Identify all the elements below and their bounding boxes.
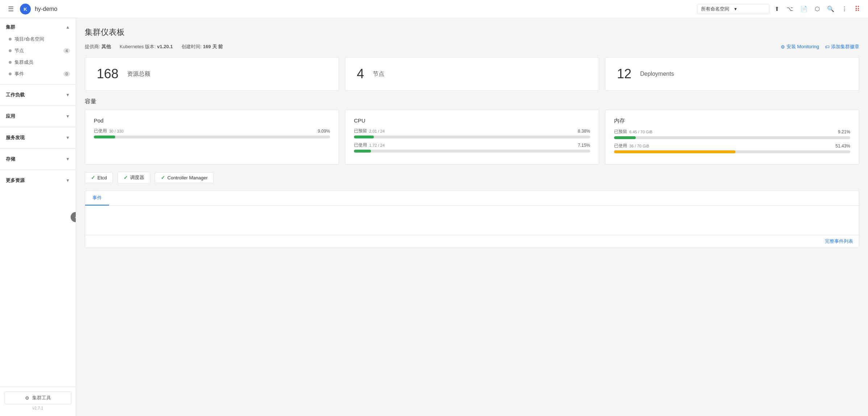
sidebar-section-cluster: 集群 ▲ 项目/命名空间 节点 4 集群成员 事件 0 <box>0 18 76 83</box>
events-full-list-link[interactable]: 完整事件列表 <box>825 238 853 245</box>
capacity-row-item: 已使用 30 / 330 9.09% <box>94 128 330 138</box>
sidebar-bottom: ⚙ 集群工具 v2.7.1 <box>0 387 76 416</box>
add-badge-link[interactable]: 🏷 添加集群徽章 <box>825 43 859 50</box>
sidebar-header-service-discovery[interactable]: 服务发现 ▼ <box>0 132 76 144</box>
hamburger-icon: ☰ <box>8 5 14 13</box>
topbar-left: ☰ K hy-demo <box>6 3 693 15</box>
version-text: v2.7.1 <box>4 404 71 412</box>
sidebar-section-apps: 应用 ▼ <box>0 107 76 125</box>
sidebar-item-label: 项目/命名空间 <box>14 36 70 42</box>
file-button[interactable]: 📄 <box>798 3 810 14</box>
progress-fill <box>94 136 115 138</box>
capacity-section: 容量 Pod 已使用 30 / 330 9.09% <box>85 98 859 165</box>
stat-number: 4 <box>357 66 364 82</box>
sidebar-header-more[interactable]: 更多资源 ▼ <box>0 174 76 187</box>
grid-button[interactable]: ⠿ <box>852 3 862 16</box>
sidebar-cluster-label: 集群 <box>6 24 15 30</box>
sidebar-header-apps[interactable]: 应用 ▼ <box>0 110 76 122</box>
check-icon: ✓ <box>91 175 95 180</box>
capacity-row-header: 已使用 30 / 330 9.09% <box>94 128 330 134</box>
namespace-selector[interactable]: 所有命名空间 ▾ <box>697 4 769 14</box>
stat-number: 12 <box>617 66 631 82</box>
sidebar-divider <box>0 148 76 149</box>
kubernetes-logo: K <box>20 3 31 15</box>
capacity-row: Pod 已使用 30 / 330 9.09% <box>85 110 859 165</box>
sidebar-section-storage: 存储 ▼ <box>0 150 76 168</box>
sidebar-item-projects[interactable]: 项目/命名空间 <box>0 33 76 45</box>
cluster-tools-label: 集群工具 <box>32 395 51 401</box>
progress-fill <box>354 136 374 138</box>
chevron-down-icon: ▼ <box>66 157 70 162</box>
progress-bar <box>614 136 850 139</box>
topbar-right: 所有命名空间 ▾ ⬆ ⌥ 📄 ⬡ 🔍 ⋮ ⠿ <box>697 3 862 16</box>
progress-fill <box>354 150 371 153</box>
capacity-row-item: 已使用 36 / 70 GiB 51.43% <box>614 143 850 153</box>
upload-button[interactable]: ⬆ <box>772 3 781 14</box>
status-badge-controller-manager: ✓ Controller Manager <box>155 172 214 183</box>
stat-card-nodes: 4 节点 <box>345 57 599 91</box>
capacity-row-header: 已预留 6.45 / 70 GiB 9.21% <box>614 129 850 135</box>
chevron-up-icon: ▲ <box>66 25 70 30</box>
grid-icon: ⠿ <box>855 5 860 13</box>
sidebar-item-events[interactable]: 事件 0 <box>0 68 76 80</box>
sidebar-collapse-button[interactable]: ‹ <box>71 212 76 222</box>
hamburger-button[interactable]: ☰ <box>6 3 16 15</box>
chevron-down-icon: ▼ <box>66 178 70 183</box>
terminal-button[interactable]: ⌥ <box>784 3 795 14</box>
copy-button[interactable]: ⬡ <box>813 3 822 14</box>
capacity-pct: 51.43% <box>835 143 850 149</box>
sidebar-item-nodes[interactable]: 节点 4 <box>0 45 76 57</box>
dot-icon <box>9 72 12 75</box>
capacity-card-cpu: CPU 已预留 2.01 / 24 8.38% <box>345 110 599 165</box>
sidebar-divider <box>0 105 76 106</box>
sidebar-divider <box>0 127 76 127</box>
sidebar-apps-label: 应用 <box>6 113 15 120</box>
status-badge-etcd: ✓ Etcd <box>85 172 113 183</box>
created-label: 创建时间: 169 天 前 <box>181 43 223 50</box>
sidebar-section-service-discovery: 服务发现 ▼ <box>0 129 76 147</box>
stat-number: 168 <box>97 66 118 82</box>
sidebar-divider <box>0 170 76 170</box>
stat-label: Deployments <box>640 71 674 77</box>
more-icon: ⋮ <box>842 5 847 12</box>
events-section: 事件 完整事件列表 <box>85 191 859 248</box>
badge-icon: 🏷 <box>825 44 830 50</box>
capacity-pct: 7.15% <box>578 143 590 148</box>
capacity-sublabel: 6.45 / 70 GiB <box>629 130 652 134</box>
capacity-row-header: 已预留 2.01 / 24 8.38% <box>354 128 590 134</box>
sidebar-workloads-label: 工作负载 <box>6 92 25 98</box>
sidebar: 集群 ▲ 项目/命名空间 节点 4 集群成员 事件 0 <box>0 18 76 416</box>
sidebar-header-workloads[interactable]: 工作负载 ▼ <box>0 89 76 101</box>
capacity-label: 已预留 6.45 / 70 GiB <box>614 129 652 135</box>
stat-card-resources: 168 资源总额 <box>85 57 339 91</box>
sidebar-header-cluster[interactable]: 集群 ▲ <box>0 21 76 33</box>
chevron-down-icon: ▼ <box>66 135 70 140</box>
capacity-pct: 8.38% <box>578 129 590 134</box>
capacity-row-item: 已预留 2.01 / 24 8.38% <box>354 128 590 138</box>
capacity-label: 已使用 1.72 / 24 <box>354 142 385 148</box>
sidebar-section-more: 更多资源 ▼ <box>0 171 76 190</box>
sidebar-divider <box>0 84 76 84</box>
sidebar-item-members[interactable]: 集群成员 <box>0 57 76 68</box>
progress-bar <box>354 136 590 138</box>
capacity-label: 已使用 30 / 330 <box>94 128 124 134</box>
sidebar-more-label: 更多资源 <box>6 177 25 184</box>
sidebar-item-label: 节点 <box>14 47 63 54</box>
sidebar-header-storage[interactable]: 存储 ▼ <box>0 153 76 165</box>
search-button[interactable]: 🔍 <box>825 3 836 14</box>
stat-label: 节点 <box>373 70 384 78</box>
cluster-tools-button[interactable]: ⚙ 集群工具 <box>4 391 71 404</box>
check-icon: ✓ <box>124 175 128 180</box>
copy-icon: ⬡ <box>815 5 820 12</box>
app-name: hy-demo <box>35 6 57 12</box>
status-label: Etcd <box>97 175 107 180</box>
namespace-label: 所有命名空间 <box>701 6 732 12</box>
events-tab[interactable]: 事件 <box>85 191 109 205</box>
more-button[interactable]: ⋮ <box>839 3 850 14</box>
install-monitoring-link[interactable]: ⚙ 安装 Monitoring <box>781 43 819 50</box>
capacity-label: 已使用 36 / 70 GiB <box>614 143 649 149</box>
dot-icon <box>9 49 12 52</box>
capacity-pct: 9.21% <box>838 129 850 134</box>
progress-bar <box>614 150 850 153</box>
stat-label: 资源总额 <box>127 70 150 78</box>
